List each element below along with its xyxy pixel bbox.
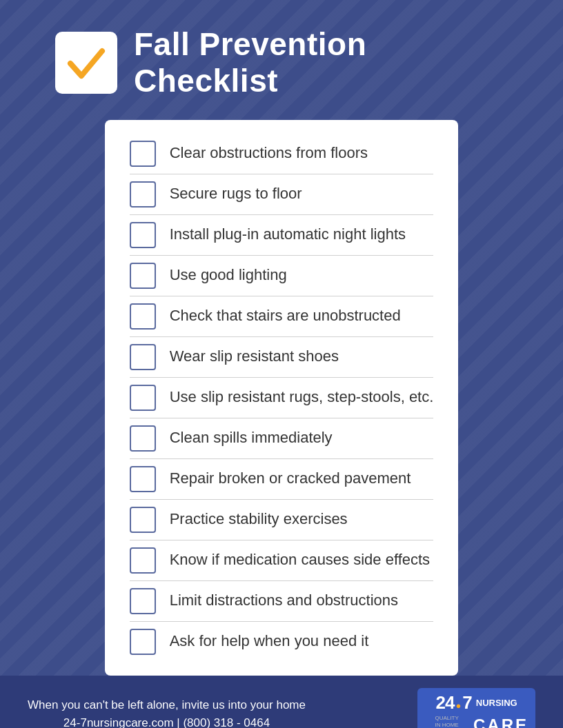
logo-care: CARE (473, 716, 529, 728)
item-label-1: Clear obstructions from floors (170, 143, 368, 163)
item-label-3: Install plug-in automatic night lights (170, 225, 406, 245)
logo-badge: 24 ● 7 NURSING QUALITYIN HOMECARE SERVIC… (417, 688, 535, 728)
logo-quality: QUALITYIN HOMECARE SERVICES (424, 715, 469, 728)
checkbox-6[interactable] (130, 344, 156, 370)
item-label-6: Wear slip resistant shoes (170, 347, 339, 367)
checkmark-icon (65, 41, 108, 84)
checklist-card: Clear obstructions from floorsSecure rug… (105, 120, 459, 676)
checklist-item-5: Check that stairs are unobstructed (130, 296, 434, 337)
item-label-9: Repair broken or cracked pavement (170, 469, 411, 489)
title-line1: Fall Prevention (134, 26, 366, 63)
checkbox-9[interactable] (130, 466, 156, 492)
checklist-item-9: Repair broken or cracked pavement (130, 459, 434, 500)
item-label-10: Practice stability exercises (170, 509, 348, 529)
checkbox-3[interactable] (130, 222, 156, 248)
checkbox-10[interactable] (130, 507, 156, 533)
checkbox-5[interactable] (130, 303, 156, 330)
page: Fall Prevention Checklist Clear obstruct… (0, 0, 563, 728)
logo-247: 24 (436, 692, 455, 714)
logo-dot-text: ● (455, 701, 461, 710)
item-label-12: Limit distractions and obstructions (170, 591, 398, 611)
footer-text-block: When you can't be left alone, invite us … (28, 696, 306, 728)
checklist-item-12: Limit distractions and obstructions (130, 581, 434, 622)
checklist-item-7: Use slip resistant rugs, step-stools, et… (130, 378, 434, 418)
checkbox-13[interactable] (130, 629, 156, 655)
item-label-11: Know if medication causes side effects (170, 550, 430, 570)
logo-bottom-row: QUALITYIN HOMECARE SERVICES CARE (424, 715, 529, 728)
checklist-item-2: Secure rugs to floor (130, 174, 434, 215)
item-label-8: Clean spills immediately (170, 428, 333, 448)
checkbox-7[interactable] (130, 385, 156, 411)
checklist-item-13: Ask for help when you need it (130, 622, 434, 662)
checkmark-icon-box (55, 32, 117, 94)
logo-top-row: 24 ● 7 NURSING (436, 692, 517, 714)
item-label-2: Secure rugs to floor (170, 184, 302, 204)
footer-line1: When you can't be left alone, invite us … (28, 696, 306, 714)
checkbox-2[interactable] (130, 181, 156, 208)
title-block: Fall Prevention Checklist (134, 26, 366, 99)
footer: When you can't be left alone, invite us … (0, 676, 563, 728)
checklist-item-3: Install plug-in automatic night lights (130, 215, 434, 256)
logo-nursing: NURSING (476, 698, 517, 708)
checkbox-11[interactable] (130, 547, 156, 574)
checklist-item-8: Clean spills immediately (130, 418, 434, 459)
item-label-13: Ask for help when you need it (170, 631, 369, 651)
footer-line2: 24-7nursingcare.com | (800) 318 - 0464 (28, 714, 306, 728)
checklist-item-4: Use good lighting (130, 256, 434, 296)
item-label-7: Use slip resistant rugs, step-stools, et… (170, 387, 434, 407)
checkbox-4[interactable] (130, 263, 156, 289)
checkbox-8[interactable] (130, 425, 156, 452)
checklist-item-10: Practice stability exercises (130, 500, 434, 540)
checklist-item-11: Know if medication causes side effects (130, 540, 434, 581)
header: Fall Prevention Checklist (0, 0, 563, 120)
checkbox-12[interactable] (130, 588, 156, 614)
title-line2: Checklist (134, 63, 366, 99)
checklist-item-6: Wear slip resistant shoes (130, 337, 434, 378)
logo-7: 7 (462, 692, 471, 714)
item-label-5: Check that stairs are unobstructed (170, 306, 401, 326)
checkbox-1[interactable] (130, 141, 156, 167)
item-label-4: Use good lighting (170, 265, 287, 285)
checklist-item-1: Clear obstructions from floors (130, 134, 434, 174)
